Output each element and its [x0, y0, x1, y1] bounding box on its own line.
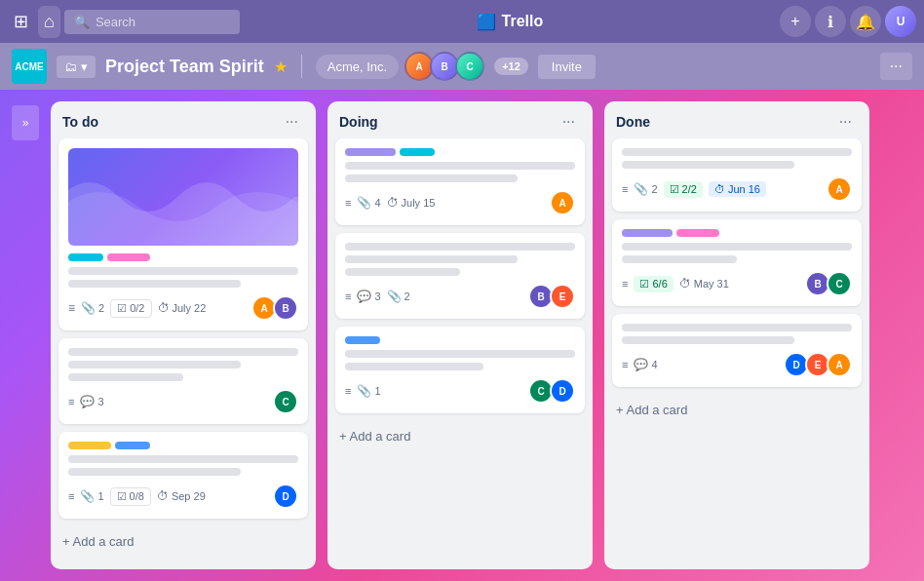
card-title [345, 162, 575, 182]
list-cards-doing: ≡ 📎 4 ⏱ July 15 A [327, 138, 593, 421]
card-member-1: A [827, 176, 852, 202]
card-todo-1[interactable]: ≡ 📎 2 ☑ 0/2 ⏱ July 22 A B [58, 138, 308, 330]
card-title [622, 243, 852, 263]
card-labels [345, 336, 575, 344]
member-avatars: A B C [408, 52, 484, 81]
card-title [345, 243, 575, 276]
title-line-3 [345, 268, 460, 276]
meta-checklist-done: ☑ 2/2 [664, 181, 703, 198]
meta-list-icon: ≡ [345, 197, 351, 209]
meta-attach: 📎 1 [357, 384, 380, 398]
board-type-icon: 🗂 [64, 59, 77, 74]
notifications-button[interactable]: 🔔 [850, 6, 881, 37]
card-members: C D [532, 378, 575, 404]
card-meta: ≡ 💬 4 D E A [622, 352, 852, 377]
member-count[interactable]: +12 [494, 58, 528, 75]
add-card-todo[interactable]: + Add a card [51, 526, 316, 557]
meta-list-icon: ≡ [68, 396, 74, 407]
meta-checklist-count: ☑ 0/2 [110, 299, 151, 318]
meta-checklist-done: ☑ 6/6 [634, 276, 673, 292]
title-line-2 [622, 336, 794, 344]
search-bar[interactable]: 🔍 Search [64, 10, 240, 34]
label-cyan [68, 253, 103, 261]
list-menu-doing[interactable]: ··· [557, 111, 581, 133]
card-meta: ≡ 💬 3 C [68, 389, 298, 414]
trello-icon: 🟦 [477, 13, 496, 31]
card-todo-3[interactable]: ≡ 📎 1 ☑ 0/8 ⏱ Sep 29 D [58, 432, 308, 519]
card-meta: ≡ ☑ 6/6 ⏱ May 31 B C [622, 271, 852, 296]
cover-waves [68, 148, 298, 246]
meta-list-icon: ≡ [68, 490, 74, 502]
title-line-2 [68, 361, 241, 368]
card-meta: ≡ 📎 2 ☑ 2/2 ⏱ Jun 16 A [622, 176, 852, 202]
title-line-1 [622, 324, 852, 331]
nav-right-actions: + ℹ 🔔 U [780, 6, 916, 37]
board-type-button[interactable]: 🗂 ▾ [57, 56, 96, 78]
meta-list-icon: ≡ [622, 359, 628, 370]
board-title: Project Team Spirit [105, 57, 264, 77]
card-done-2[interactable]: ≡ ☑ 6/6 ⏱ May 31 B C [612, 219, 862, 306]
card-member-1: C [273, 389, 298, 414]
more-options-button[interactable]: ··· [880, 53, 912, 80]
card-todo-2[interactable]: ≡ 💬 3 C [58, 338, 308, 424]
meta-date: ⏱ Sep 29 [157, 489, 206, 503]
card-members: A [554, 190, 575, 215]
card-title [68, 267, 298, 288]
card-members: D E A [788, 352, 852, 377]
label-purple [622, 229, 673, 237]
title-line-2 [68, 468, 241, 476]
list-cards-done: ≡ 📎 2 ☑ 2/2 ⏱ Jun 16 A [604, 138, 869, 395]
list-cards-todo: ≡ 📎 2 ☑ 0/2 ⏱ July 22 A B [51, 138, 316, 526]
card-members: B E [532, 284, 575, 309]
add-card-done[interactable]: + Add a card [604, 395, 869, 425]
sidebar-toggle[interactable]: » [12, 105, 39, 140]
list-menu-done[interactable]: ··· [833, 111, 858, 133]
card-labels [622, 229, 852, 237]
top-nav: ⊞ ⌂ 🔍 Search 🟦 Trello + ℹ 🔔 U [0, 0, 924, 43]
title-line-2 [345, 174, 518, 182]
grid-icon[interactable]: ⊞ [8, 5, 34, 38]
board-type-chevron: ▾ [81, 59, 88, 74]
card-doing-1[interactable]: ≡ 📎 4 ⏱ July 15 A [335, 138, 585, 225]
label-blue [115, 442, 150, 449]
label-blue [345, 336, 380, 344]
card-done-3[interactable]: ≡ 💬 4 D E A [612, 314, 862, 387]
card-member-1: A [550, 190, 575, 215]
card-title [68, 455, 298, 476]
add-button[interactable]: + [780, 6, 811, 37]
app-title: 🟦 Trello [244, 13, 776, 31]
invite-button[interactable]: Invite [538, 55, 596, 79]
card-meta: ≡ 📎 1 ☑ 0/8 ⏱ Sep 29 D [68, 484, 298, 509]
card-member-1: D [273, 484, 298, 509]
meta-date-badge: ⏱ Jun 16 [709, 181, 766, 197]
title-line-2 [345, 363, 483, 370]
card-doing-2[interactable]: ≡ 💬 3 📎 2 B E [335, 233, 585, 319]
meta-date: ⏱ July 22 [158, 301, 207, 315]
board-content: » To do ··· [0, 90, 924, 581]
star-button[interactable]: ★ [274, 58, 288, 76]
meta-comments: 💬 3 [80, 395, 103, 408]
add-card-doing[interactable]: + Add a card [327, 421, 593, 451]
meta-list-icon: ≡ [622, 278, 628, 290]
card-meta: ≡ 💬 3 📎 2 B E [345, 284, 575, 309]
card-done-1[interactable]: ≡ 📎 2 ☑ 2/2 ⏱ Jun 16 A [612, 138, 862, 212]
label-yellow [68, 442, 111, 449]
board-nav: ACME 🗂 ▾ Project Team Spirit ★ Acme, Inc… [0, 43, 924, 90]
card-doing-3[interactable]: ≡ 📎 1 C D [335, 327, 585, 413]
workspace-button[interactable]: Acme, Inc. [316, 55, 399, 79]
card-member-2: C [827, 271, 852, 296]
user-avatar[interactable]: U [885, 6, 916, 37]
list-title-done: Done [616, 114, 650, 130]
list-header-todo: To do ··· [51, 101, 316, 138]
meta-checklist-icon: ≡ [68, 301, 75, 315]
info-button[interactable]: ℹ [815, 6, 846, 37]
title-line-1 [345, 243, 575, 251]
search-placeholder: Search [96, 15, 135, 29]
home-icon[interactable]: ⌂ [38, 6, 60, 38]
member-avatar-3[interactable]: C [455, 52, 484, 81]
card-labels [345, 148, 575, 156]
list-menu-todo[interactable]: ··· [280, 111, 304, 133]
card-meta: ≡ 📎 2 ☑ 0/2 ⏱ July 22 A B [68, 295, 298, 321]
meta-attach: 📎 4 [357, 196, 380, 210]
meta-comments: 💬 4 [634, 358, 657, 371]
